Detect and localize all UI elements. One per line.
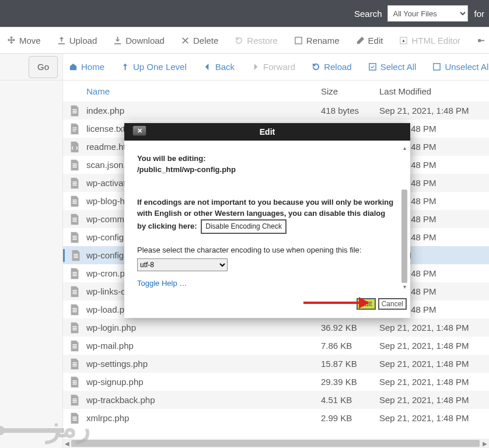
scrollbar-thumb[interactable] [71,440,480,447]
svg-point-8 [0,426,5,435]
dialog-body: ▴▾ You will be editing: /public_html/wp-… [124,141,410,295]
file-icon [68,231,81,244]
select-encoding-label: Please select the character encoding to … [137,245,394,256]
annotation-arrow [303,297,369,309]
nav-toolbar: Home Up One Level Back Forward Reload Se… [63,54,489,80]
file-size: 2.99 KB [321,413,379,423]
file-icon [68,321,81,334]
watermark-logo: رمز [0,405,99,446]
forward-button[interactable]: Forward [251,62,295,72]
file-size: 29.39 KB [321,377,379,387]
table-row[interactable]: wp-signup.php29.39 KBSep 21, 2021, 1:48 … [63,373,489,391]
file-name: xmlrpc.php [86,413,321,423]
search-scope-select[interactable]: All Your Files [387,5,468,22]
file-name: wp-signup.php [86,377,321,387]
file-modified: Sep 21, 2021, 1:48 PM [379,413,489,423]
dialog-title: Edit [260,127,275,136]
file-icon [68,285,81,298]
delete-button[interactable]: Delete [181,36,218,46]
home-button[interactable]: Home [69,62,104,72]
table-row[interactable]: wp-mail.php7.86 KBSep 21, 2021, 1:48 PM [63,337,489,355]
html-editor-button[interactable]: HTML Editor [399,36,460,46]
download-button[interactable]: Download [113,36,165,46]
dialog-close-button[interactable]: ✕ [132,125,146,136]
table-row[interactable]: index.php418 bytesSep 21, 2021, 1:48 PM [63,102,489,120]
permissions-button[interactable]: Permiss [477,36,489,46]
file-icon [68,104,81,117]
table-row[interactable]: wp-login.php36.92 KBSep 21, 2021, 1:48 P… [63,318,489,337]
dialog-scrollbar[interactable]: ▴▾ [401,145,407,290]
table-row[interactable]: wp-trackback.php4.51 KBSep 21, 2021, 1:4… [63,391,489,409]
go-button[interactable]: Go [29,56,58,78]
encoding-select[interactable]: utf-8 [137,258,228,271]
sidebar: Go [0,54,63,448]
unselect-all-button[interactable]: Unselect All [432,62,489,72]
horizontal-scrollbar[interactable]: ◀ ▶ [63,439,489,448]
file-name: wp-mail.php [86,341,321,351]
up-one-level-button[interactable]: Up One Level [121,62,187,72]
top-search-bar: Search All Your Files for [0,0,489,27]
restore-button[interactable]: Restore [235,36,278,46]
edit-dialog: ✕ Edit ▴▾ You will be editing: /public_h… [124,123,410,318]
toggle-help-link[interactable]: Toggle Help … [137,278,187,289]
file-size: 4.51 KB [321,395,379,405]
svg-rect-0 [295,37,302,43]
svg-rect-5 [434,64,440,70]
col-size[interactable]: Size [321,86,379,96]
file-modified: Sep 21, 2021, 1:48 PM [379,377,489,387]
file-name: index.php [86,106,321,116]
file-icon [68,303,81,316]
edit-button[interactable]: Edit [356,36,383,46]
dialog-header: ✕ Edit [124,123,410,141]
table-header: Name Size Last Modified [63,80,489,102]
file-size: 36.92 KB [321,323,379,332]
file-size: 418 bytes [321,106,379,116]
search-for-label: for [474,9,484,19]
file-icon [69,249,82,262]
dialog-cancel-button[interactable]: Cancel [378,298,407,310]
file-icon [68,213,81,226]
file-modified: Sep 21, 2021, 1:48 PM [379,359,489,369]
disable-encoding-check-button[interactable]: Disable Encoding Check [201,219,287,234]
select-all-button[interactable]: Select All [368,62,417,72]
svg-rect-3 [481,40,485,41]
file-name: wp-login.php [86,323,321,332]
dialog-button-row: Edit Cancel [124,295,410,318]
file-modified: Sep 21, 2021, 1:48 PM [379,323,489,332]
col-modified[interactable]: Last Modified [379,86,489,96]
search-label: Search [354,9,382,19]
upload-button[interactable]: Upload [57,36,97,46]
file-icon [68,358,81,370]
table-row[interactable]: wp-settings.php15.87 KBSep 21, 2021, 1:4… [63,355,489,373]
file-size: 7.86 KB [321,341,379,351]
file-icon [68,159,81,172]
file-name: wp-trackback.php [86,395,321,405]
back-button[interactable]: Back [203,62,235,72]
reload-button[interactable]: Reload [312,62,352,72]
file-modified: Sep 21, 2021, 1:48 PM [379,395,489,405]
move-button[interactable]: Move [7,36,41,46]
file-icon [68,267,81,280]
file-icon [68,141,81,153]
file-icon [68,123,81,135]
file-icon [68,376,81,388]
file-modified: Sep 21, 2021, 1:48 PM [379,106,489,116]
editing-path: /public_html/wp-config.php [137,165,236,174]
rename-button[interactable]: Rename [294,36,340,46]
svg-rect-7 [0,428,64,433]
file-icon [68,195,81,208]
file-size: 15.87 KB [321,359,379,369]
file-icon [68,340,81,352]
file-modified: Sep 21, 2021, 1:48 PM [379,341,489,351]
editing-label: You will be editing: [137,154,205,163]
scroll-right-icon[interactable]: ▶ [481,439,489,448]
table-row[interactable]: xmlrpc.php2.99 KBSep 21, 2021, 1:48 PM [63,409,489,427]
main-toolbar: Move Upload Download Delete Restore Rena… [0,27,489,54]
col-name[interactable]: Name [86,86,321,96]
file-name: wp-settings.php [86,359,321,369]
file-icon [68,177,81,190]
